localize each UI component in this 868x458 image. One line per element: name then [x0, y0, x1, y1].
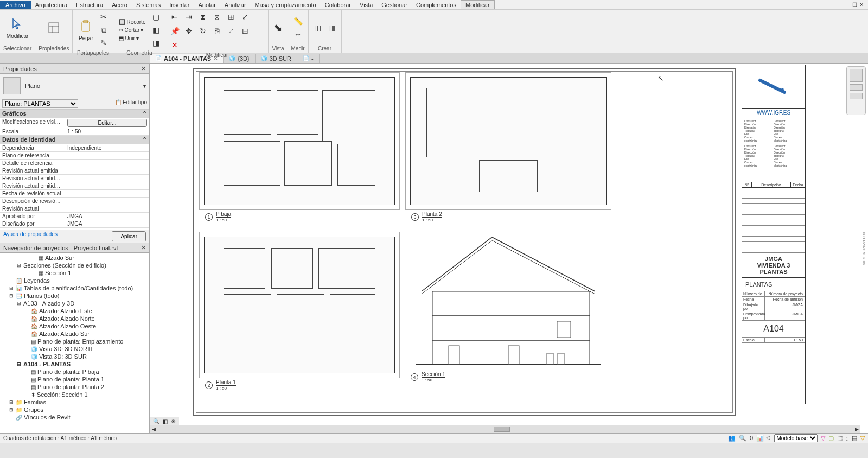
menu-estructura[interactable]: Estructura	[72, 1, 107, 9]
tree-node[interactable]: ⊟A104 - PLANTAS	[1, 360, 148, 368]
drawing-canvas[interactable]: 1 P baja 1 : 50 3	[150, 64, 868, 433]
tab-empty[interactable]: 📄 -	[297, 54, 320, 63]
tree-node[interactable]: ⊟Secciones (Sección de edificio)	[1, 262, 148, 269]
properties-button[interactable]	[44, 19, 63, 36]
sb-icon-3[interactable]: ⬚	[837, 435, 843, 442]
rotate-icon[interactable]: ↻	[197, 25, 209, 37]
tree-node[interactable]: ▤Plano de planta: P baja	[1, 368, 148, 376]
tree-node[interactable]: ▤Plano de planta: Emplazamiento	[1, 338, 148, 345]
property-row[interactable]: Modificaciones de visibilid...Editar...	[0, 118, 149, 128]
property-group[interactable]: Datos de identidad⌃	[0, 136, 149, 144]
tree-node[interactable]: ⊟📑Planos (todo)	[1, 292, 148, 300]
menu-masa[interactable]: Masa y emplazamiento	[251, 1, 321, 9]
mirror2-icon[interactable]: ⧖	[211, 11, 223, 23]
expander-icon[interactable]: ⊟	[16, 263, 22, 268]
pin-icon[interactable]: 📌	[169, 25, 181, 37]
view-scale-icon[interactable]: 🔍	[153, 418, 159, 424]
copy-icon[interactable]: ⧉	[98, 24, 110, 36]
viewport-planta-1[interactable]: 2 Planta 1 1 : 50	[199, 232, 400, 378]
steering-wheel-icon[interactable]	[850, 69, 863, 82]
close-icon[interactable]: ✕	[859, 2, 864, 8]
sb-icon-6[interactable]: ▽	[860, 435, 865, 442]
edit-button[interactable]: Editar...	[67, 119, 147, 127]
tab-3d-sur[interactable]: 🧊 3D SUR	[256, 54, 297, 63]
expander-icon[interactable]: ⊞	[9, 407, 14, 412]
expander-icon[interactable]: ⊟	[16, 361, 22, 367]
cut-icon[interactable]: ✂	[98, 11, 110, 23]
tree-node[interactable]: 🧊Vista 3D: 3D NORTE	[1, 345, 148, 353]
menu-modificar[interactable]: Modificar	[461, 0, 495, 9]
tree-node[interactable]: 🏠Alzado: Alzado Norte	[1, 315, 148, 322]
menu-insertar[interactable]: Insertar	[165, 1, 194, 9]
view-sun-icon[interactable]: ☀	[171, 418, 176, 424]
tree-node[interactable]: 🔗Vínculos de Revit	[1, 414, 148, 421]
geom-icon-1[interactable]: ▢	[150, 11, 162, 23]
dim-icon[interactable]: ↔	[292, 28, 304, 40]
array-icon[interactable]: ⊞	[225, 11, 237, 23]
property-row[interactable]: Fecha de revisión actual	[0, 190, 149, 198]
tree-node[interactable]: ⊞📁Familias	[1, 398, 148, 406]
offset-icon[interactable]: ⇥	[183, 11, 195, 23]
model-select[interactable]: Modelo base	[774, 434, 818, 442]
tree-node[interactable]: 🏠Alzado: Alzado Este	[1, 307, 148, 315]
tree-node[interactable]: ▤Plano de planta: Planta 2	[1, 383, 148, 391]
menu-arquitectura[interactable]: Arquitectura	[31, 1, 72, 9]
modify-button[interactable]: Modificar	[4, 16, 31, 40]
property-row[interactable]: DependenciaIndependiente	[0, 144, 149, 152]
geom-icon-2[interactable]: ◧	[150, 24, 162, 36]
maximize-icon[interactable]: ☐	[852, 2, 857, 8]
instance-selector[interactable]: Plano: PLANTAS	[2, 99, 78, 108]
menu-anotar[interactable]: Anotar	[194, 1, 220, 9]
sb-main-model-icon[interactable]: 📊 :0	[756, 435, 770, 442]
view-style-icon[interactable]: ◧	[163, 418, 168, 424]
expander-icon[interactable]: ⊟	[16, 301, 22, 306]
paste-button[interactable]: Pegar	[76, 18, 95, 42]
tree-node[interactable]: 🏠Alzado: Alzado Oeste	[1, 322, 148, 330]
close-properties-icon[interactable]: ✕	[141, 65, 146, 72]
property-row[interactable]: Revisión actual emitida	[0, 167, 149, 175]
apply-button[interactable]: Aplicar	[112, 231, 146, 241]
tree-node[interactable]: 🏠Alzado: Alzado Sur	[1, 330, 148, 338]
unir-button[interactable]: ⬒Unir▾	[117, 35, 148, 42]
tab-3d[interactable]: 🧊 {3D}	[224, 54, 255, 63]
property-row[interactable]: Aprobado porJMGA	[0, 213, 149, 220]
scroll-right-icon[interactable]: ▶	[853, 427, 860, 432]
menu-archivo[interactable]: Archivo	[0, 1, 31, 9]
menu-vista[interactable]: Vista	[355, 1, 377, 9]
expander-icon[interactable]: ⊞	[9, 285, 14, 291]
property-row[interactable]: Diseñado porJMGA	[0, 220, 149, 228]
copy-icon-2[interactable]: ⎘	[211, 25, 223, 37]
property-row[interactable]: Descripción de revisión ac...	[0, 198, 149, 205]
menu-acero[interactable]: Acero	[107, 1, 132, 9]
tree-node[interactable]: ⊞📁Grupos	[1, 406, 148, 414]
recorte-button[interactable]: 🔲Recorte	[117, 18, 148, 26]
menu-complementos[interactable]: Complementos	[412, 1, 461, 9]
move-icon[interactable]: ✥	[183, 25, 195, 37]
split-icon[interactable]: ⊟	[239, 25, 251, 37]
property-row[interactable]: Revisión actual emitida para	[0, 182, 149, 190]
geom-icon-3[interactable]: ◨	[150, 37, 162, 49]
sb-icon-5[interactable]: ▤	[852, 435, 857, 442]
menu-sistemas[interactable]: Sistemas	[132, 1, 165, 9]
sb-icon-2[interactable]: ▢	[828, 435, 834, 442]
create-icon-2[interactable]: ▦	[326, 22, 338, 34]
tree-node[interactable]: ▦Alzado Sur	[1, 254, 148, 262]
cortar-button[interactable]: ✂Cortar▾	[117, 27, 148, 34]
create-icon-1[interactable]: ◫	[312, 22, 324, 34]
sb-filter-icon[interactable]: ▽	[821, 435, 825, 442]
property-row[interactable]: Revisión actual	[0, 205, 149, 213]
scroll-left-icon[interactable]: ◀	[150, 427, 157, 432]
match-icon[interactable]: ✎	[98, 37, 110, 49]
align-icon[interactable]: ⇤	[169, 11, 181, 23]
property-row[interactable]: Revisión actual emitida por	[0, 175, 149, 182]
minimize-icon[interactable]: —	[845, 2, 850, 8]
property-row[interactable]: Plano de referencia	[0, 152, 149, 160]
scale-icon[interactable]: ⤢	[239, 11, 251, 23]
expander-icon[interactable]: ⊞	[9, 399, 14, 405]
tree-node[interactable]: ▦Sección 1	[1, 269, 148, 277]
tree-node[interactable]: ⊟A103 - Alzado y 3D	[1, 300, 148, 307]
type-selector[interactable]: Plano ▾	[0, 74, 149, 98]
menu-analizar[interactable]: Analizar	[220, 1, 251, 9]
view-icon-1[interactable]: ⬊	[272, 22, 284, 34]
sb-icon-4[interactable]: ↕	[846, 435, 849, 442]
